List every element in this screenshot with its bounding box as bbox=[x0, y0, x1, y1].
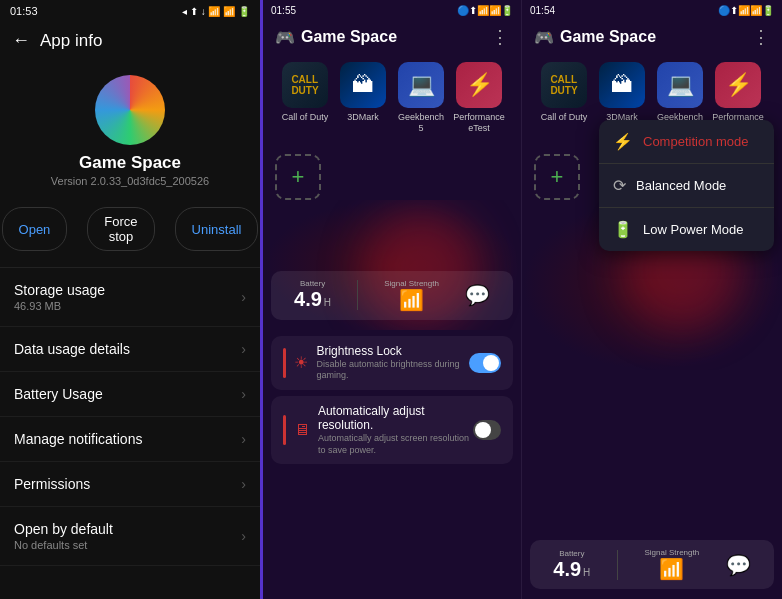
game-item-perftest[interactable]: ⚡ Performance eTest bbox=[453, 62, 505, 134]
signal-stat-2: Signal Strength 📶 bbox=[644, 548, 699, 581]
menu-item-permissions[interactable]: Permissions › bbox=[0, 462, 260, 507]
force-stop-button[interactable]: Force stop bbox=[87, 207, 154, 251]
game-space-title: Game Space bbox=[301, 28, 397, 46]
status-bar-2: 01:55 🔵⬆📶📶🔋 bbox=[263, 0, 521, 20]
toggle-knob bbox=[483, 355, 499, 371]
game-item-3dmark[interactable]: 🏔 3DMark bbox=[337, 62, 389, 123]
brightness-toggle[interactable] bbox=[469, 353, 501, 373]
setting-accent-dot bbox=[283, 348, 286, 378]
game-icon-3dmark: 🏔 bbox=[340, 62, 386, 108]
menu-item-notifications[interactable]: Manage notifications › bbox=[0, 417, 260, 462]
signal-stat: Signal Strength 📶 bbox=[384, 279, 439, 312]
battery-stat-2: Battery 4.9 H bbox=[553, 549, 590, 581]
uninstall-button[interactable]: Uninstall bbox=[175, 207, 259, 251]
panel-app-info: 01:53 ◂ ⬆ ↓ 📶 📶 🔋 ← App info Game Space … bbox=[0, 0, 260, 599]
game-space-icon-2: 🎮 bbox=[534, 28, 554, 47]
status-icons-1: ◂ ⬆ ↓ 📶 📶 🔋 bbox=[182, 6, 250, 17]
time-2: 01:55 bbox=[271, 5, 296, 16]
chevron-icon: › bbox=[241, 476, 246, 492]
panel-game-space-1: 01:55 🔵⬆📶📶🔋 🎮 Game Space ⋮ CALLDUTY Call… bbox=[260, 0, 521, 599]
game-space-title-2: Game Space bbox=[560, 28, 656, 46]
app-name: Game Space bbox=[79, 153, 181, 173]
setting-accent-dot bbox=[283, 415, 286, 445]
game-icon-perftest: ⚡ bbox=[456, 62, 502, 108]
menu-item-open-default[interactable]: Open by default No defaults set › bbox=[0, 507, 260, 566]
chevron-icon: › bbox=[241, 341, 246, 357]
toggle-knob-off bbox=[475, 422, 491, 438]
menu-item-data[interactable]: Data usage details › bbox=[0, 327, 260, 372]
status-bar-1: 01:53 ◂ ⬆ ↓ 📶 📶 🔋 bbox=[0, 0, 260, 22]
balanced-icon: ⟳ bbox=[613, 176, 626, 195]
game-icon-3dmark-2: 🏔 bbox=[599, 62, 645, 108]
game-item-3dmark-2[interactable]: 🏔 3DMark bbox=[596, 62, 648, 123]
overflow-menu-icon[interactable]: ⋮ bbox=[491, 26, 509, 48]
competition-icon: ⚡ bbox=[613, 132, 633, 151]
game-bg-area-2: Battery 4.9 H Signal Strength 📶 💬 bbox=[522, 200, 782, 599]
game-icon-cod-2: CALLDUTY bbox=[541, 62, 587, 108]
game-item-cod[interactable]: CALLDUTY Call of Duty bbox=[279, 62, 331, 123]
app-version: Version 2.0.33_0d3fdc5_200526 bbox=[51, 175, 209, 187]
time-3: 01:54 bbox=[530, 5, 555, 16]
message-icon: 💬 bbox=[465, 283, 490, 307]
app-icon bbox=[95, 75, 165, 145]
resolution-toggle[interactable] bbox=[473, 420, 501, 440]
game-icon-geekbench-2: 💻 bbox=[657, 62, 703, 108]
chevron-icon: › bbox=[241, 289, 246, 305]
app-icon-inner bbox=[100, 80, 160, 140]
low-power-icon: 🔋 bbox=[613, 220, 633, 239]
game-space-header-1: 🎮 Game Space ⋮ bbox=[263, 20, 521, 54]
chevron-icon: › bbox=[241, 431, 246, 447]
signal-icons-3: 🔵⬆📶📶🔋 bbox=[718, 5, 774, 16]
open-button[interactable]: Open bbox=[2, 207, 68, 251]
app-icon-area: Game Space Version 2.0.33_0d3fdc5_200526 bbox=[0, 59, 260, 199]
overflow-menu-icon-2[interactable]: ⋮ bbox=[752, 26, 770, 48]
game-icon-perftest-2: ⚡ bbox=[715, 62, 761, 108]
battery-stat: Battery 4.9 H bbox=[294, 279, 331, 311]
game-bg-area: Battery 4.9 H Signal Strength 📶 💬 bbox=[263, 200, 521, 599]
message-icon-2: 💬 bbox=[726, 553, 751, 577]
game-icon-geekbench: 💻 bbox=[398, 62, 444, 108]
game-item-geekbench[interactable]: 💻 Geekbench 5 bbox=[395, 62, 447, 134]
stats-bar: Battery 4.9 H Signal Strength 📶 💬 bbox=[271, 271, 513, 320]
game-space-header-2: 🎮 Game Space ⋮ bbox=[522, 20, 782, 54]
game-background: Battery 4.9 H Signal Strength 📶 💬 bbox=[263, 200, 521, 330]
brightness-lock-setting[interactable]: ☀ Brightness Lock Disable automatic brig… bbox=[271, 336, 513, 390]
chevron-icon: › bbox=[241, 386, 246, 402]
brightness-icon: ☀ bbox=[294, 353, 308, 372]
game-space-icon: 🎮 bbox=[275, 28, 295, 47]
auto-resolution-setting[interactable]: 🖥 Automatically adjust resolution. Autom… bbox=[271, 396, 513, 464]
balanced-mode-item[interactable]: ⟳ Balanced Mode bbox=[599, 164, 774, 208]
low-power-mode-item[interactable]: 🔋 Low Power Mode bbox=[599, 208, 774, 251]
signal-icons-2: 🔵⬆📶📶🔋 bbox=[457, 5, 513, 16]
menu-item-storage[interactable]: Storage usage 46.93 MB › bbox=[0, 268, 260, 327]
settings-items: ☀ Brightness Lock Disable automatic brig… bbox=[263, 330, 521, 471]
status-bar-3: 01:54 🔵⬆📶📶🔋 bbox=[522, 0, 782, 20]
competition-mode-item[interactable]: ⚡ Competition mode bbox=[599, 120, 774, 164]
add-game-button-2[interactable]: + bbox=[534, 154, 580, 200]
menu-list: Storage usage 46.93 MB › Data usage deta… bbox=[0, 268, 260, 599]
resolution-icon: 🖥 bbox=[294, 421, 310, 439]
menu-item-battery[interactable]: Battery Usage › bbox=[0, 372, 260, 417]
page-title: App info bbox=[40, 31, 102, 51]
time-1: 01:53 bbox=[10, 5, 38, 17]
stats-bar-2: Battery 4.9 H Signal Strength 📶 💬 bbox=[530, 540, 774, 589]
panel-game-space-2: 01:54 🔵⬆📶📶🔋 🎮 Game Space ⋮ CALLDUTY Call… bbox=[521, 0, 782, 599]
app-info-header: ← App info bbox=[0, 22, 260, 59]
add-game-button[interactable]: + bbox=[275, 154, 321, 200]
action-buttons: Open Force stop Uninstall bbox=[0, 199, 260, 268]
mode-dropdown: ⚡ Competition mode ⟳ Balanced Mode 🔋 Low… bbox=[599, 120, 774, 251]
game-grid-1: CALLDUTY Call of Duty 🏔 3DMark 💻 Geekben… bbox=[267, 54, 517, 142]
back-button[interactable]: ← bbox=[12, 30, 30, 51]
game-icon-cod: CALLDUTY bbox=[282, 62, 328, 108]
game-item-cod-2[interactable]: CALLDUTY Call of Duty bbox=[538, 62, 590, 123]
chevron-icon: › bbox=[241, 528, 246, 544]
